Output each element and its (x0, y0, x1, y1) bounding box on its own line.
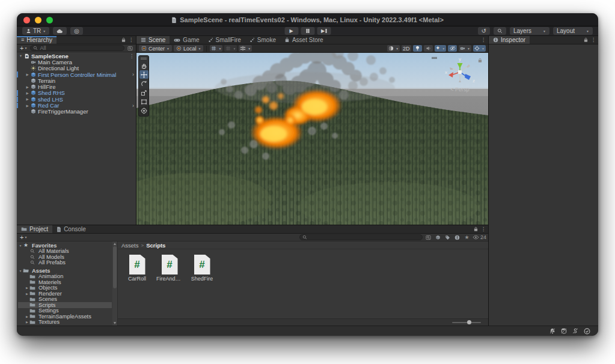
axis-gizmo[interactable]: y x z (442, 55, 478, 86)
scene-viewport[interactable]: y x z < Persp (136, 53, 488, 225)
breadcrumb-scripts[interactable]: Scripts (146, 242, 165, 249)
lock-icon[interactable] (474, 226, 478, 232)
layers-dropdown[interactable]: Layers▼ (510, 27, 549, 35)
scene-effects-dropdown[interactable]: ✦ ▼ (435, 45, 447, 52)
asset-carroll[interactable]: #CarRoll (124, 255, 150, 282)
project-tree-objects[interactable]: ▶Objects (18, 285, 112, 291)
hierarchy-item-hillfire[interactable]: ▶HillFire (17, 83, 136, 89)
draw-mode-dropdown[interactable]: ▼ (387, 45, 400, 52)
expander-icon[interactable]: ▶ (25, 292, 29, 296)
tool-pivot-dropdown[interactable]: Center ▼ (139, 45, 172, 52)
lock-icon[interactable] (478, 58, 482, 64)
expander-icon[interactable]: ▼ (18, 269, 23, 273)
hierarchy-item-main-camera[interactable]: Main Camera (17, 59, 136, 65)
overlay-drag-handle[interactable] (432, 57, 437, 59)
hierarchy-item-red-car[interactable]: ▶Red Car› (17, 102, 136, 108)
asset-fireandc[interactable]: #FireAndC... (157, 255, 182, 282)
camera-settings-dropdown[interactable]: ▼ (459, 45, 471, 52)
project-tree-animation[interactable]: Animation (18, 274, 112, 280)
hierarchy-item-shed-rhs[interactable]: ▶Shed RHS (17, 90, 136, 96)
expander-icon[interactable]: ▶ (25, 320, 29, 324)
project-tree-terrainsampleassets[interactable]: ▶TerrainSampleAssets (18, 314, 112, 320)
scroll-up-icon[interactable] (114, 243, 116, 245)
prefab-open-chevron[interactable]: › (132, 103, 134, 109)
move-tool-button[interactable] (139, 70, 148, 79)
cache-server-muted-icon[interactable] (561, 328, 567, 334)
project-tree-textures[interactable]: ▶Textures (18, 320, 112, 326)
tab-asset-store[interactable]: Asset Store (280, 36, 328, 44)
hierarchy-item-shed-lhs[interactable]: ▶shed LHS (17, 96, 136, 102)
scene-visibility-button[interactable] (448, 45, 457, 52)
services-button[interactable]: ◎ (70, 27, 83, 35)
breadcrumb-assets[interactable]: Assets (121, 242, 139, 249)
project-search-input[interactable] (309, 234, 420, 240)
expander-icon[interactable]: ▶ (25, 315, 29, 318)
search-by-type-button[interactable] (434, 234, 442, 241)
tab-scene[interactable]: Scene (136, 36, 170, 44)
rotate-tool-button[interactable] (139, 79, 148, 88)
grid-visibility-button[interactable]: ▼ (210, 45, 222, 52)
hidden-packages-toggle[interactable]: 24 (473, 234, 486, 240)
scale-tool-button[interactable] (139, 88, 148, 97)
project-tree-all-models[interactable]: All Models (18, 254, 112, 260)
hierarchy-item-samplescene[interactable]: ▼SampleScene⋮ (17, 53, 136, 59)
hierarchy-item-firetriggermanager[interactable]: FireTriggerManager (17, 109, 136, 115)
scrollbar-thumb[interactable] (113, 246, 117, 288)
gizmos-dropdown[interactable]: ▼ (473, 45, 486, 52)
tab-game[interactable]: Game (170, 36, 203, 44)
expander-icon[interactable]: ▶ (25, 104, 30, 108)
scene-lighting-button[interactable] (413, 45, 422, 52)
hierarchy-item-first-person-controller-minimal[interactable]: ▶First Person Controller Minimal› (17, 71, 136, 77)
expander-icon[interactable]: ▶ (25, 97, 30, 101)
search-by-label-button[interactable] (444, 234, 451, 241)
kebab-menu-icon[interactable]: ⋮ (481, 38, 486, 43)
kebab-menu-icon[interactable]: ⋮ (591, 38, 596, 43)
create-object-button[interactable]: +▼ (19, 44, 28, 52)
kebab-menu-icon[interactable]: ⋮ (129, 38, 133, 43)
axis-y-label[interactable]: y (459, 56, 461, 62)
project-tree-renderer[interactable]: ▶Renderer (18, 291, 112, 297)
2d-mode-button[interactable]: 2D (402, 45, 411, 52)
orientation-gizmo[interactable]: y x z < Persp (440, 55, 480, 93)
create-asset-button[interactable]: +▼ (19, 234, 28, 241)
project-tree-all-prefabs[interactable]: All Prefabs (18, 260, 112, 266)
kebab-menu-icon[interactable]: ⋮ (481, 227, 486, 232)
tab-smallfire[interactable]: SmallFire (204, 36, 245, 44)
expander-icon[interactable]: ▶ (25, 286, 29, 290)
scroll-down-icon[interactable] (114, 322, 116, 324)
undo-history-button[interactable]: ↺ (478, 27, 490, 35)
project-tree-scripts[interactable]: Scripts (18, 302, 112, 308)
bell-muted-icon[interactable] (549, 328, 555, 334)
layout-dropdown[interactable]: Layout▼ (553, 27, 593, 35)
transform-tool-button[interactable] (139, 106, 148, 115)
expander-icon[interactable]: ▶ (25, 73, 30, 76)
hierarchy-item-terrain[interactable]: Terrain (17, 77, 136, 83)
step-button[interactable]: ▶ (317, 27, 331, 35)
perspective-label[interactable]: < Persp (440, 86, 480, 93)
grid-snap-button[interactable]: ▼ (224, 45, 237, 52)
asset-shedfire[interactable]: #ShedFire (189, 255, 215, 282)
slider-thumb[interactable] (467, 320, 471, 324)
project-tree-all-materials[interactable]: All Materials (18, 249, 112, 255)
rect-tool-button[interactable] (139, 97, 148, 106)
search-button[interactable] (494, 27, 506, 35)
cloud-button[interactable] (53, 27, 67, 35)
tab-console[interactable]: Console (52, 225, 90, 233)
thumbnail-size-slider[interactable] (452, 322, 481, 323)
axis-z-label[interactable]: z (473, 78, 475, 83)
lock-icon[interactable] (121, 37, 126, 43)
overlay-drag-handle[interactable] (141, 58, 147, 59)
search-filter-button[interactable] (126, 45, 134, 52)
tab-smoke[interactable]: Smoke (245, 36, 280, 44)
expander-icon[interactable]: ▼ (18, 244, 23, 247)
prefab-open-chevron[interactable]: › (132, 71, 134, 77)
expander-icon[interactable]: ▶ (25, 91, 30, 95)
open-in-search-button[interactable] (424, 234, 432, 241)
expander-icon[interactable]: ▶ (25, 85, 30, 89)
scene-audio-button[interactable] (424, 45, 433, 52)
hierarchy-search-field[interactable] (30, 45, 124, 51)
project-tree-scenes[interactable]: Scenes (18, 297, 112, 303)
tool-orientation-dropdown[interactable]: Local ▼ (174, 45, 203, 52)
lock-icon[interactable] (584, 37, 588, 43)
tab-inspector[interactable]: Inspector (489, 36, 530, 44)
